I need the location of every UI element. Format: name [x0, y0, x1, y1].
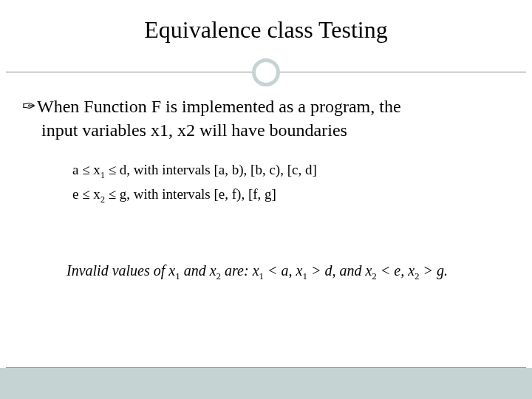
footer-bar [0, 368, 532, 399]
math-text: > d, and x [307, 262, 372, 279]
title-divider [0, 58, 532, 88]
math-text: e ≤ x [72, 186, 100, 202]
bullet-text-line1: When Function F is implemented as a prog… [37, 95, 401, 117]
math-text: ≤ d, with intervals [a, b), [b, c), [c, … [105, 162, 317, 177]
math-line-2: e ≤ x2 ≤ g, with intervals [e, f), [f, g… [72, 185, 473, 209]
bullet-text-line2: input variables x1, x2 will have boundar… [41, 119, 510, 141]
bullet-icon: ✑ [22, 95, 35, 117]
math-line-1: a ≤ x1 ≤ d, with intervals [a, b), [b, c… [72, 160, 473, 185]
slide-container: Equivalence class Testing ✑ When Functio… [0, 0, 532, 399]
invalid-values-block: Invalid values of x1 and x2 are: x1 < a,… [59, 258, 480, 287]
bullet-item: ✑ When Function F is implemented as a pr… [22, 95, 510, 117]
math-text: ≤ g, with intervals [e, f), [f, g] [105, 186, 276, 202]
circle-decoration-icon [252, 58, 280, 86]
math-text: a ≤ x [72, 162, 100, 177]
math-text: < a, x [264, 262, 302, 279]
math-text: and x [180, 262, 216, 279]
math-intervals-block: a ≤ x1 ≤ d, with intervals [a, b), [b, c… [65, 154, 480, 215]
math-text: are: x [221, 262, 259, 279]
math-text: Invalid values of x [66, 262, 175, 279]
math-text: < e, x [377, 262, 415, 279]
slide-title: Equivalence class Testing [0, 0, 532, 54]
math-text: > g. [420, 262, 449, 279]
content-area: ✑ When Function F is implemented as a pr… [0, 88, 532, 287]
